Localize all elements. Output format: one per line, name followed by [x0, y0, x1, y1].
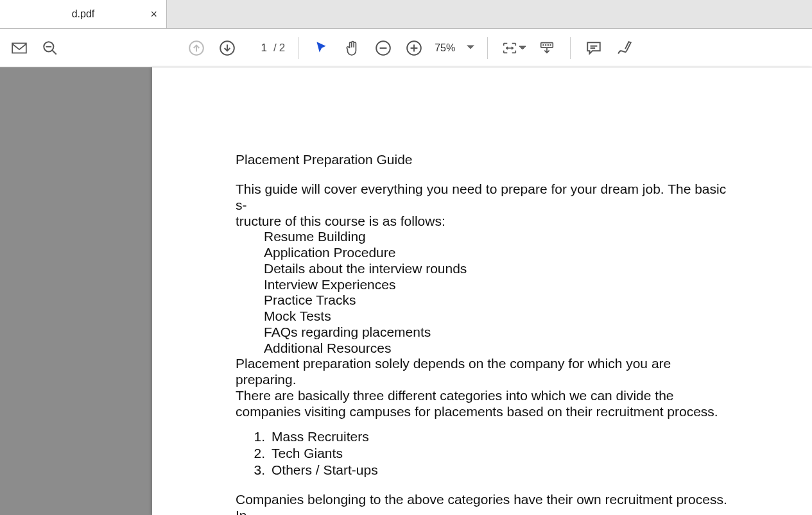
- zoom-value: 75%: [435, 42, 455, 54]
- para2-l3: companies visiting campuses for placemen…: [236, 404, 735, 420]
- page-indicator: / 2: [248, 42, 285, 55]
- page-separator: /: [273, 42, 277, 55]
- list-item: Mock Tests: [264, 308, 735, 325]
- list-item: FAQs regarding placements: [264, 325, 735, 341]
- svg-point-13: [546, 44, 546, 45]
- comment-icon[interactable]: [581, 35, 607, 61]
- svg-rect-0: [12, 43, 26, 53]
- page-down-icon[interactable]: [214, 35, 240, 61]
- pdf-page: Placement Preparation Guide This guide w…: [152, 67, 812, 515]
- list-item: Interview Experiences: [264, 277, 735, 293]
- viewer: Placement Preparation Guide This guide w…: [0, 67, 812, 515]
- list-item: Practice Tracks: [264, 292, 735, 308]
- tab-filename: d.pdf: [72, 8, 95, 20]
- page-total: 2: [279, 42, 285, 55]
- list-item: Application Procedure: [264, 245, 735, 261]
- para2-l1: Placement preparation solely depends on …: [236, 356, 735, 388]
- zoom-level[interactable]: 75%: [435, 42, 474, 54]
- zoom-in-icon[interactable]: [401, 35, 427, 61]
- divider: [570, 37, 571, 59]
- divider: [298, 37, 298, 59]
- para3-l1: Companies belonging to the above categor…: [236, 492, 735, 515]
- sign-icon[interactable]: [612, 35, 637, 61]
- intro-line2: tructure of this course is as follows:: [236, 214, 735, 230]
- divider: [487, 37, 488, 59]
- svg-point-12: [543, 44, 544, 45]
- tab-document[interactable]: d.pdf ×: [0, 0, 167, 28]
- page-area[interactable]: Placement Preparation Guide This guide w…: [152, 67, 812, 515]
- page-current-input[interactable]: [248, 42, 271, 55]
- select-tool-icon[interactable]: [309, 35, 334, 61]
- list-item: 2.Tech Giants: [242, 445, 735, 462]
- search-icon[interactable]: [37, 35, 63, 61]
- list-item: Resume Building: [264, 229, 735, 245]
- list-item: Additional Resources: [264, 341, 735, 357]
- tab-bar: d.pdf ×: [0, 0, 812, 29]
- list-item: 1.Mass Recruiters: [242, 428, 735, 445]
- zoom-out-icon[interactable]: [370, 35, 396, 61]
- viewer-sidebar: [0, 67, 152, 515]
- toolbar: / 2 75%: [0, 29, 812, 67]
- para2-l2: There are basically three different cate…: [236, 388, 735, 404]
- svg-line-2: [52, 50, 56, 55]
- intro-line1: This guide will cover everything you nee…: [236, 182, 735, 214]
- list-item: Details about the interview rounds: [264, 261, 735, 277]
- chevron-down-icon[interactable]: [519, 42, 526, 54]
- email-icon[interactable]: [6, 35, 32, 61]
- read-mode-icon[interactable]: [534, 35, 560, 61]
- fit-width-icon[interactable]: [498, 35, 529, 61]
- svg-point-14: [548, 44, 549, 45]
- page-up-icon[interactable]: [184, 35, 209, 61]
- close-icon[interactable]: ×: [150, 8, 157, 20]
- structure-list: Resume Building Application Procedure De…: [264, 229, 735, 356]
- chevron-down-icon[interactable]: [467, 44, 474, 53]
- svg-point-15: [550, 44, 551, 45]
- hand-tool-icon[interactable]: [340, 35, 365, 61]
- document-title: Placement Preparation Guide: [236, 152, 735, 167]
- list-item: 3.Others / Start-ups: [242, 462, 735, 478]
- categories-list: 1.Mass Recruiters 2.Tech Giants 3.Others…: [242, 428, 735, 478]
